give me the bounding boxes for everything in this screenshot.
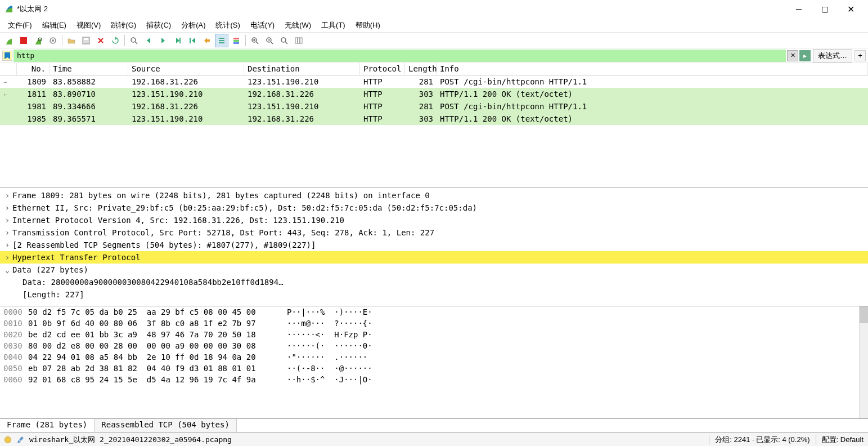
packet-count-label: 分组: 2241 · 已显示: 4 (0.2%) (715, 435, 809, 445)
menu-edit[interactable]: 编辑(E) (38, 19, 71, 32)
svg-rect-9 (219, 38, 224, 39)
expression-button[interactable]: 表达式… (813, 49, 852, 63)
edit-icon[interactable] (17, 436, 24, 443)
zoom-reset-button[interactable] (277, 34, 291, 47)
menu-view[interactable]: 视图(V) (72, 19, 105, 32)
expand-arrow-icon[interactable]: › (2, 240, 12, 249)
separator (124, 35, 125, 46)
go-to-packet-button[interactable] (171, 34, 185, 47)
menu-wireless[interactable]: 无线(W) (280, 19, 316, 32)
column-time[interactable]: Time (50, 63, 128, 75)
toolbar (0, 33, 868, 48)
tree-row[interactable]: ⌄Data (227 bytes) (0, 264, 868, 276)
minimize-button[interactable]: ─ (786, 0, 812, 18)
display-filter-input[interactable] (14, 50, 786, 62)
packet-bytes-panel[interactable]: 000050 d2 f5 7c 05 da b0 25 aa 29 bf c5 … (0, 306, 868, 419)
expand-arrow-icon[interactable]: ⌄ (2, 265, 12, 274)
go-first-button[interactable] (186, 34, 199, 47)
tree-row[interactable]: ›Hypertext Transfer Protocol (0, 251, 868, 264)
hex-row[interactable]: 0050eb 07 28 ab 2d 38 81 82 04 40 f9 d3 … (3, 364, 865, 375)
window-title: *以太网 2 (17, 4, 48, 14)
packet-details-panel[interactable]: ›Frame 1809: 281 bytes on wire (2248 bit… (0, 188, 868, 306)
scrollbar[interactable] (859, 306, 868, 418)
menu-file[interactable]: 文件(F) (3, 19, 37, 32)
tree-row[interactable]: ›[2 Reassembled TCP Segments (504 bytes)… (0, 239, 868, 251)
separator (816, 435, 816, 444)
menu-stats[interactable]: 统计(S) (211, 19, 244, 32)
column-length[interactable]: Length (405, 63, 437, 75)
go-forward-button[interactable] (156, 34, 170, 47)
separator (62, 35, 62, 46)
svg-rect-20 (300, 38, 302, 43)
separator (709, 435, 709, 444)
packet-row[interactable]: 198589.365571123.151.190.210192.168.31.2… (0, 113, 868, 125)
packet-list[interactable]: →180983.858882192.168.31.226123.151.190.… (0, 75, 868, 188)
save-file-button[interactable] (79, 34, 93, 47)
hex-row[interactable]: 0020be d2 cd ee 01 bb 3c a9 48 97 46 7a … (3, 330, 865, 341)
hex-row[interactable]: 004004 22 94 01 08 a5 84 bb 2e 10 ff 0d … (3, 353, 865, 364)
tree-row-child[interactable]: [Length: 227] (0, 288, 868, 301)
start-capture-button[interactable] (2, 34, 16, 47)
tree-row[interactable]: ›Frame 1809: 281 bytes on wire (2248 bit… (0, 189, 868, 202)
auto-scroll-button[interactable] (215, 34, 228, 47)
resize-columns-button[interactable] (292, 34, 305, 47)
maximize-button[interactable]: ▢ (812, 0, 838, 18)
menu-capture[interactable]: 捕获(C) (142, 19, 176, 32)
column-no[interactable]: No. (17, 63, 50, 75)
menubar: 文件(F) 编辑(E) 视图(V) 跳转(G) 捕获(C) 分析(A) 统计(S… (0, 18, 868, 33)
hex-row[interactable]: 000050 d2 f5 7c 05 da b0 25 aa 29 bf c5 … (3, 307, 865, 319)
find-button[interactable] (127, 34, 141, 47)
column-protocol[interactable]: Protocol (360, 63, 405, 75)
open-file-button[interactable] (65, 34, 78, 47)
tree-row[interactable]: ›Transmission Control Protocol, Src Port… (0, 226, 868, 239)
go-last-button[interactable] (200, 34, 214, 47)
column-destination[interactable]: Destination (244, 63, 360, 75)
packet-row[interactable]: →180983.858882192.168.31.226123.151.190.… (0, 75, 868, 88)
capture-options-button[interactable] (46, 34, 60, 47)
menu-analyze[interactable]: 分析(A) (177, 19, 210, 32)
statusbar: wireshark_以太网 2_20210401220302_a05964.pc… (0, 432, 868, 446)
stop-capture-button[interactable] (17, 34, 30, 47)
profile-label[interactable]: 配置: Default (822, 435, 863, 445)
menu-go[interactable]: 跳转(G) (106, 19, 141, 32)
expand-arrow-icon[interactable]: › (2, 253, 12, 262)
tree-row[interactable]: ›Ethernet II, Src: Private_29:bf:c5 (b0:… (0, 202, 868, 214)
expand-arrow-icon[interactable]: › (2, 191, 12, 200)
clear-filter-button[interactable]: ✕ (787, 50, 798, 61)
add-filter-button[interactable]: + (854, 50, 866, 61)
separator (245, 35, 246, 46)
packet-row[interactable]: 198189.334666192.168.31.226123.151.190.2… (0, 100, 868, 113)
filter-bar: ✕ ▸ 表达式… + (0, 48, 868, 63)
expand-arrow-icon[interactable]: › (2, 228, 12, 237)
hex-row[interactable]: 003080 00 d2 e8 00 00 28 00 00 00 a9 00 … (3, 341, 865, 353)
tab-reassembled[interactable]: Reassembled TCP (504 bytes) (95, 419, 237, 432)
menu-help[interactable]: 帮助(H) (351, 19, 385, 32)
column-info[interactable]: Info (437, 63, 868, 75)
tab-frame[interactable]: Frame (281 bytes) (0, 419, 95, 432)
svg-point-17 (281, 38, 286, 42)
tree-row[interactable]: ›Internet Protocol Version 4, Src: 192.1… (0, 214, 868, 226)
svg-rect-0 (20, 37, 27, 44)
menu-telephony[interactable]: 电话(Y) (246, 19, 279, 32)
close-file-button[interactable] (94, 34, 107, 47)
bookmark-icon[interactable] (2, 51, 12, 61)
column-source[interactable]: Source (128, 63, 244, 75)
column-marker[interactable] (0, 63, 17, 75)
expand-arrow-icon[interactable]: › (2, 203, 12, 212)
expand-arrow-icon[interactable]: › (2, 216, 12, 225)
go-back-button[interactable] (142, 34, 155, 47)
hex-row[interactable]: 001001 0b 9f 6d 40 00 80 06 3f 8b c0 a8 … (3, 319, 865, 330)
scrollbar-thumb[interactable] (860, 306, 868, 323)
colorize-button[interactable] (230, 34, 243, 47)
zoom-out-button[interactable] (263, 34, 276, 47)
reload-button[interactable] (109, 34, 122, 47)
expert-info-icon[interactable] (5, 436, 11, 443)
hex-row[interactable]: 006092 01 68 c8 95 24 15 5e d5 4a 12 96 … (3, 375, 865, 386)
tree-row-child[interactable]: Data: 28000000a900000030080422940108a584… (0, 276, 868, 288)
zoom-in-button[interactable] (248, 34, 262, 47)
apply-filter-button[interactable]: ▸ (799, 50, 811, 61)
menu-tools[interactable]: 工具(T) (317, 19, 350, 32)
packet-row[interactable]: ←181183.890710123.151.190.210192.168.31.… (0, 88, 868, 100)
restart-capture-button[interactable] (32, 34, 45, 47)
close-button[interactable]: ✕ (838, 0, 863, 18)
